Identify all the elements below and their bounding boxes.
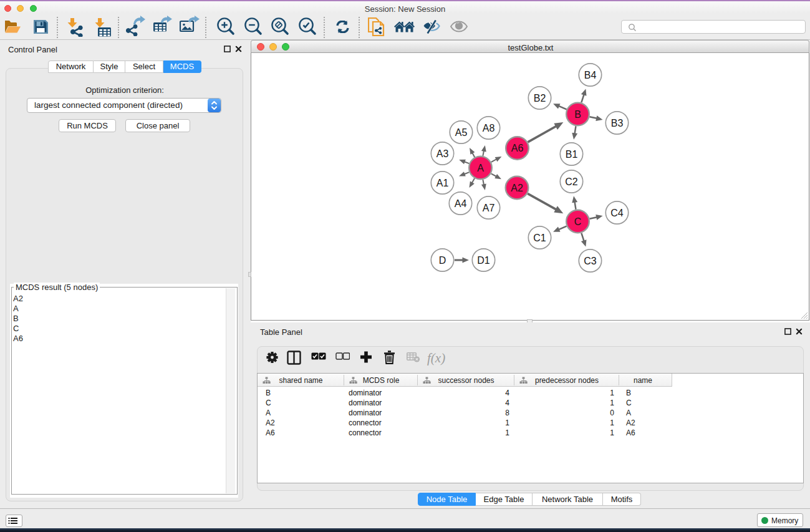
svg-text:A6: A6 <box>511 143 524 153</box>
svg-text:B1: B1 <box>566 149 578 160</box>
svg-text:C3: C3 <box>584 256 597 266</box>
svg-text:A8: A8 <box>483 123 495 133</box>
svg-text:A7: A7 <box>483 203 495 213</box>
svg-text:A2: A2 <box>511 183 523 193</box>
svg-text:C4: C4 <box>610 208 624 218</box>
svg-text:B2: B2 <box>534 93 546 104</box>
svg-text:A: A <box>477 163 484 173</box>
svg-text:A1: A1 <box>436 178 449 188</box>
svg-text:A5: A5 <box>455 127 468 138</box>
svg-text:D1: D1 <box>477 255 490 266</box>
svg-text:A4: A4 <box>455 198 467 209</box>
svg-text:C1: C1 <box>533 233 546 243</box>
svg-text:B3: B3 <box>611 118 624 128</box>
svg-text:A3: A3 <box>436 148 449 159</box>
svg-text:D: D <box>439 255 446 266</box>
svg-text:C2: C2 <box>565 177 578 187</box>
svg-text:B4: B4 <box>584 70 597 80</box>
svg-text:C: C <box>574 216 582 227</box>
svg-text:B: B <box>574 109 581 120</box>
